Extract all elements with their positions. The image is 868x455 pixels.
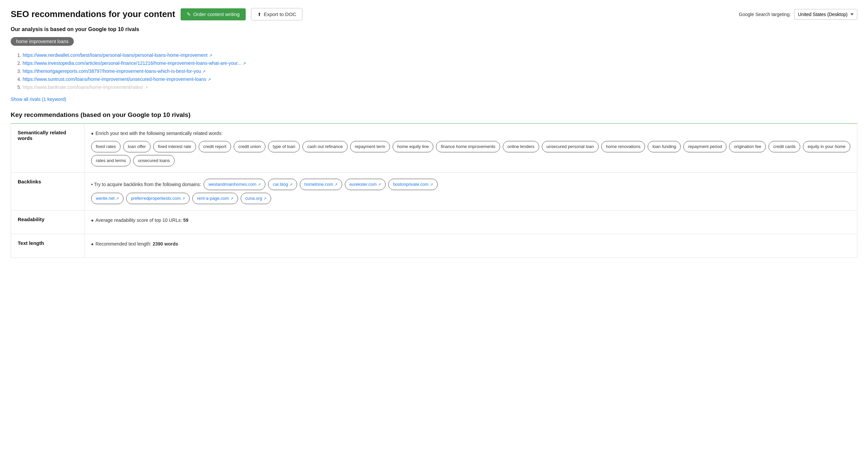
export-doc-button[interactable]: ⬆ Export to DOC — [251, 8, 303, 20]
external-link-icon: ↗ — [116, 195, 119, 202]
row-content: •Recommended text length: 2390 words — [85, 234, 857, 258]
keyword-tag: unsecured loans — [133, 155, 174, 166]
rival-item: 1.https://www.nerdwallet.com/best/loans/… — [18, 51, 857, 59]
tags-container: fixed ratesloan offerfixed interest rate… — [91, 141, 850, 166]
bullet-icon: • — [91, 240, 93, 248]
row-content: • Try to acquire backlinks from the foll… — [85, 173, 857, 210]
page-title: SEO recommendations for your content — [11, 9, 175, 19]
rival-item: 4.https://www.suntrust.com/loans/home-im… — [18, 75, 857, 83]
keyword-tag: credit cards — [769, 141, 800, 152]
rival-item: 3.https://themortgagereports.com/38797/h… — [18, 67, 857, 75]
backlink-domain[interactable]: westandmainhomes.com ↗ — [204, 179, 266, 190]
external-link-icon: ↗ — [230, 195, 234, 202]
row-content: •Average readability score of top 10 URL… — [85, 210, 857, 234]
keyword-tag: home equity line — [393, 141, 434, 152]
targeting-row: Google Search targeting: United States (… — [739, 9, 857, 20]
external-link-icon: ↗ — [335, 181, 338, 188]
rival-url[interactable]: https://www.suntrust.com/loans/home-impr… — [23, 77, 206, 82]
export-button-label: Export to DOC — [264, 11, 297, 17]
row-label: Semantically related words — [11, 123, 85, 173]
recommendation-row: Text length•Recommended text length: 239… — [11, 234, 857, 258]
text-length-text: Recommended text length: 2390 words — [95, 240, 178, 248]
show-rivals-link[interactable]: Show all rivals (1 keyword) — [11, 96, 66, 102]
rival-item: 2.https://www.investopedia.com/articles/… — [18, 59, 857, 67]
keyword-tag: loan offer — [123, 141, 151, 152]
recommendation-row: Semantically related words•Enrich your t… — [11, 123, 857, 173]
keyword-tag: loan funding — [648, 141, 681, 152]
keyword-tag: credit union — [234, 141, 266, 152]
recommendations-table: Semantically related words•Enrich your t… — [11, 123, 857, 258]
rival-url[interactable]: https://www.investopedia.com/articles/pe… — [23, 60, 241, 66]
external-link-icon: ↗ — [264, 195, 267, 202]
backlink-domain[interactable]: car.blog ↗ — [268, 179, 297, 190]
rival-item: 5.https://www.bankrate.com/loans/home-im… — [18, 83, 857, 91]
order-button-label: Order content writing — [193, 11, 240, 17]
external-link-icon: ↗ — [378, 181, 381, 188]
rival-number: 3. — [18, 68, 21, 74]
external-link-icon: ↗ — [289, 181, 292, 188]
backlink-domain[interactable]: rent-a-page.com ↗ — [192, 193, 238, 204]
external-link-icon: ↗ — [182, 195, 185, 202]
row-label: Text length — [11, 234, 85, 258]
keyword-tag: credit report — [199, 141, 231, 152]
row-label: Readability — [11, 210, 85, 234]
backlink-domain[interactable]: cuna.org ↗ — [241, 193, 271, 204]
backlink-domain[interactable]: hometone.com ↗ — [300, 179, 342, 190]
keyword-tag: equity in your home — [803, 141, 850, 152]
backlink-domain[interactable]: bostonprivate.com ↗ — [388, 179, 437, 190]
readability-text: Average readability score of top 10 URLs… — [95, 217, 188, 224]
keyword-tag: fixed rates — [91, 141, 121, 152]
recommendation-row: Backlinks• Try to acquire backlinks from… — [11, 173, 857, 210]
header-row: SEO recommendations for your content ✎ O… — [11, 8, 857, 20]
keyword-tag: repayment term — [350, 141, 390, 152]
backlinks-intro-text: • Try to acquire backlinks from the foll… — [91, 180, 201, 189]
external-link-icon: ↗ — [209, 53, 212, 58]
rival-url[interactable]: https://www.nerdwallet.com/best/loans/pe… — [23, 53, 208, 58]
keyword-tag: home renovations — [601, 141, 645, 152]
external-link-icon: ↗ — [145, 85, 148, 90]
keyword-tag: fixed interest rate — [153, 141, 196, 152]
rival-number: 1. — [18, 53, 21, 58]
rival-number: 2. — [18, 60, 21, 66]
edit-icon: ✎ — [187, 11, 191, 18]
external-link-icon: ↗ — [202, 69, 206, 74]
keyword-tag: unsecured personal loan — [542, 141, 598, 152]
keyword-tag: online lenders — [503, 141, 539, 152]
analysis-subtitle: Our analysis is based on your Google top… — [11, 26, 857, 32]
keyword-tag: cash out refinance — [303, 141, 347, 152]
targeting-select[interactable]: United States (Desktop) — [794, 9, 857, 20]
recommendations-section-title: Key recommendations (based on your Googl… — [11, 111, 857, 119]
keyword-tag: type of loan — [268, 141, 300, 152]
backlink-domain[interactable]: eurekster.com ↗ — [345, 179, 386, 190]
recommendation-row: Readability•Average readability score of… — [11, 210, 857, 234]
row-label: Backlinks — [11, 173, 85, 210]
rival-url[interactable]: https://www.bankrate.com/loans/home-impr… — [23, 85, 143, 90]
bullet-icon: • — [91, 130, 93, 138]
external-link-icon: ↗ — [430, 181, 433, 188]
rival-number: 4. — [18, 77, 21, 82]
backlink-domain[interactable]: preferredpropertiestx.com ↗ — [126, 193, 190, 204]
upload-icon: ⬆ — [257, 12, 261, 17]
keyword-tag: origination fee — [729, 141, 766, 152]
keyword-tag: rates and terms — [91, 155, 130, 166]
rival-url[interactable]: https://themortgagereports.com/38797/hom… — [23, 68, 201, 74]
bullet-icon: • — [91, 217, 93, 225]
targeting-label: Google Search targeting: — [739, 12, 791, 17]
external-link-icon: ↗ — [243, 61, 246, 66]
rivals-list: 1.https://www.nerdwallet.com/best/loans/… — [11, 51, 857, 91]
keyword-tag: finance home improvements — [436, 141, 500, 152]
order-content-button[interactable]: ✎ Order content writing — [181, 8, 246, 20]
keyword-tag: repayment period — [683, 141, 726, 152]
related-words-intro: Enrich your text with the following sema… — [95, 130, 223, 137]
rival-number: 5. — [18, 85, 21, 90]
external-link-icon: ↗ — [258, 181, 261, 188]
keyword-badge: home improvement loans — [11, 37, 74, 46]
backlink-domain[interactable]: werite.net ↗ — [91, 193, 124, 204]
row-content: •Enrich your text with the following sem… — [85, 123, 857, 173]
external-link-icon: ↗ — [208, 77, 211, 82]
